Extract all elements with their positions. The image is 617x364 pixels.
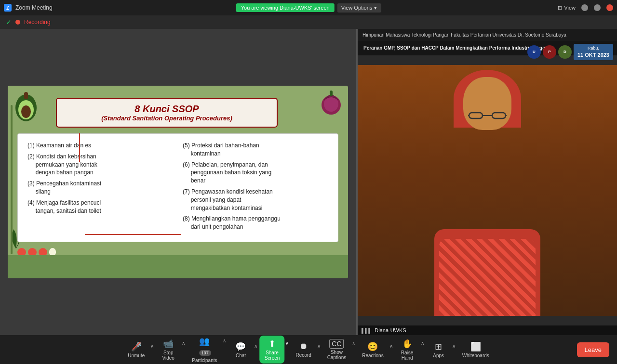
apps-caret[interactable]: ∧ [451, 342, 456, 350]
show-captions-button[interactable]: CC Show Captions [322, 336, 351, 363]
record-group: ⏺ Record ∧ [291, 338, 321, 361]
participants-icon: 👥 197 [192, 336, 217, 357]
slide-border [11, 105, 13, 254]
avocado-decoration [12, 90, 40, 123]
share-screen-label: Share Screen [264, 350, 280, 361]
share-screen-caret[interactable]: ∧ [284, 339, 290, 347]
logo-1: U [527, 45, 541, 59]
stop-video-label: Stop Video [161, 350, 176, 361]
svg-rect-6 [330, 91, 333, 96]
face [463, 77, 511, 130]
shirt [439, 239, 536, 316]
record-button[interactable]: ⏺ Record [291, 338, 316, 361]
toolbar-center: 🎤 Unmute ∧ 📹 Stop Video ∧ 👥 197 Particip… [123, 333, 494, 364]
captions-caret[interactable]: ∧ [351, 340, 356, 347]
slide-item-7: (7) Pengawasan kondisi kesehatan personi… [183, 188, 328, 212]
raise-hand-caret[interactable]: ∧ [420, 339, 425, 347]
grid-icon: ⊞ [558, 5, 562, 11]
unmute-label: Unmute [128, 353, 145, 358]
slide-item-5: (5) Proteksi dari bahan-bahan kontaminan [183, 142, 328, 158]
participants-label: Participants [192, 358, 217, 363]
record-caret[interactable]: ∧ [316, 342, 322, 350]
svg-rect-7 [469, 113, 483, 118]
close-button[interactable]: ✕ [606, 4, 613, 11]
chat-caret[interactable]: ∧ [253, 342, 258, 350]
title-bar-right: ⊞ View ─ □ ✕ [558, 4, 613, 11]
whiteboards-icon: ⬜ [470, 341, 481, 352]
minimize-button[interactable]: ─ [581, 4, 588, 11]
title-bar: Z Zoom Meeting You are viewing Diana-UWK… [0, 0, 617, 15]
chat-group: 💬 Chat ∧ [228, 338, 258, 361]
slide-item-6: (6) Pelabelan, penyimpanan, dan pengguna… [183, 161, 328, 185]
reactions-label: Reactions [362, 353, 383, 358]
svg-rect-3 [24, 92, 28, 99]
maximize-button[interactable]: □ [594, 4, 601, 11]
mic-icon: 🎤 [131, 341, 142, 352]
raise-hand-label: Raise Hand [400, 350, 415, 361]
slide-item-2: (2) Kondisi dan kebersihan permukaan yan… [27, 153, 173, 177]
date-label: Rabu, [577, 46, 609, 52]
chat-button[interactable]: 💬 Chat [228, 338, 253, 361]
toolbar-right: Leave [577, 342, 609, 357]
whiteboards-group: ⬜ Whiteboards [457, 338, 494, 361]
share-screen-group: ⬆ Share Screen ∧ [259, 336, 290, 364]
recording-label: Recording [24, 19, 51, 26]
organization-header: Himpunan Mahasiswa Teknologi Pangan Faku… [358, 29, 617, 41]
reactions-caret[interactable]: ∧ [389, 342, 394, 350]
camera-icon: 📹 [163, 338, 174, 349]
captions-icon: CC [329, 339, 344, 349]
whiteboards-button[interactable]: ⬜ Whiteboards [457, 338, 494, 361]
stop-video-caret[interactable]: ∧ [181, 339, 186, 347]
unmute-group: 🎤 Unmute ∧ [123, 338, 155, 361]
apps-button[interactable]: ⊞ Apps [426, 338, 451, 361]
date-value: 11 OKT 2023 [577, 52, 609, 58]
toolbar: 🎤 Unmute ∧ 📹 Stop Video ∧ 👥 197 Particip… [0, 335, 617, 364]
slide-title-main: 8 Kunci SSOP [67, 104, 267, 115]
unmute-button[interactable]: 🎤 Unmute [123, 338, 149, 361]
participants-caret[interactable]: ∧ [222, 337, 227, 344]
slide-item-3: (3) Pencegahan kontaminasi silang [27, 180, 173, 196]
slide-bottom-decoration [8, 255, 348, 278]
main-content: 8 Kunci SSOP (Standard Sanitation Operat… [0, 29, 617, 335]
unmute-caret[interactable]: ∧ [149, 342, 155, 350]
chevron-down-icon: ▾ [374, 5, 377, 11]
slide-content-box: (1) Keamanan air dan es (2) Kondisi dan … [17, 133, 338, 242]
apps-icon: ⊞ [435, 341, 442, 352]
recording-dot [15, 20, 20, 25]
share-icon: ⬆ [268, 338, 276, 349]
apps-group: ⊞ Apps ∧ [426, 338, 456, 361]
slide-title-box: 8 Kunci SSOP (Standard Sanitation Operat… [56, 98, 278, 128]
participants-button[interactable]: 👥 197 Participants [187, 333, 222, 364]
presentation-slide: 8 Kunci SSOP (Standard Sanitation Operat… [8, 86, 348, 278]
reactions-group: 😊 Reactions ∧ [357, 338, 393, 361]
stop-video-button[interactable]: 📹 Stop Video [156, 336, 181, 364]
body [434, 229, 540, 316]
red-arrow-vertical [79, 133, 80, 162]
organization-name: Himpunan Mahasiswa Teknologi Pangan Faku… [362, 32, 566, 38]
captions-group: CC Show Captions ∧ [322, 336, 356, 363]
svg-rect-8 [492, 113, 506, 118]
raise-hand-icon: ✋ [402, 338, 413, 349]
raise-hand-group: ✋ Raise Hand ∧ [395, 336, 425, 364]
logo-2: P [543, 45, 556, 59]
logos-area: U P D Rabu, 11 OKT 2023 [523, 41, 617, 63]
slide-col-left: (1) Keamanan air dan es (2) Kondisi dan … [27, 142, 173, 234]
raise-hand-button[interactable]: ✋ Raise Hand [395, 336, 420, 364]
onion-decoration [319, 90, 343, 116]
slide-item-8: (8) Menghilangkan hama pengganggu dari u… [183, 215, 328, 231]
date-badge: Rabu, 11 OKT 2023 [574, 44, 613, 60]
signal-icon: ▌▌▌ [362, 328, 372, 333]
view-options-label: View Options [341, 5, 373, 11]
screen-share-banner: You are viewing Diana-UWKS' screen [236, 3, 335, 12]
leave-button[interactable]: Leave [577, 342, 609, 357]
reactions-icon: 😊 [367, 341, 378, 352]
participant-video: Peranan GMP, SSOP dan HACCP Dalam Mening… [358, 41, 617, 335]
participant-name: Diana-UWKS [375, 327, 406, 333]
participant-video-panel: Himpunan Mahasiswa Teknologi Pangan Faku… [358, 29, 617, 335]
view-options-button[interactable]: View Options ▾ [337, 3, 381, 13]
reactions-button[interactable]: 😊 Reactions [357, 338, 388, 361]
whiteboards-label: Whiteboards [462, 353, 489, 358]
participants-group: 👥 197 Participants ∧ [187, 333, 227, 364]
share-screen-button[interactable]: ⬆ Share Screen [259, 336, 284, 364]
record-label: Record [295, 352, 311, 358]
